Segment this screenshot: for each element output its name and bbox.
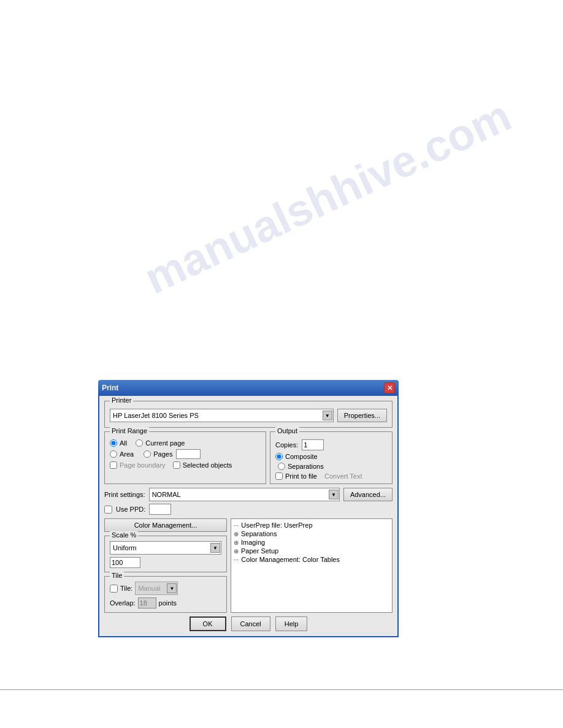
- current-page-radio[interactable]: [136, 439, 143, 447]
- tile-label[interactable]: Tile:: [120, 585, 132, 592]
- dialog-title: Print: [102, 384, 118, 392]
- use-ppd-label[interactable]: Use PPD:: [116, 506, 145, 513]
- expand-icon-3: ⊕: [234, 548, 239, 555]
- overlap-input[interactable]: [138, 597, 156, 609]
- expand-icon-2: ⊕: [234, 539, 239, 546]
- printer-select[interactable]: HP LaserJet 8100 Series PS: [110, 409, 334, 422]
- bottom-line: [0, 689, 563, 690]
- use-ppd-row: Use PPD:: [104, 504, 393, 515]
- tree-label-1[interactable]: Separations: [241, 530, 277, 537]
- composite-radio[interactable]: [275, 453, 283, 460]
- overlap-unit: points: [159, 599, 177, 607]
- page-boundary-label[interactable]: Page boundary: [120, 461, 166, 469]
- pages-input[interactable]: [176, 449, 201, 459]
- scale-select[interactable]: Uniform Non-uniform: [110, 541, 221, 555]
- print-to-file-label[interactable]: Print to file: [285, 472, 317, 480]
- pages-label[interactable]: Pages: [153, 450, 172, 458]
- printer-select-wrapper: HP LaserJet 8100 Series PS ▼: [110, 409, 334, 422]
- printer-group-label: Printer: [110, 396, 133, 404]
- print-dialog: Print ✕ Printer HP LaserJet 8100 Series …: [98, 380, 399, 637]
- tree-item-3[interactable]: ⊕ Paper Setup: [234, 547, 389, 555]
- tree-item-0: ··· UserPrep file: UserPrep: [234, 521, 389, 529]
- print-range-label: Print Range: [110, 427, 149, 434]
- selected-objects-checkbox[interactable]: [173, 461, 180, 469]
- separations-label[interactable]: Separations: [288, 463, 324, 470]
- scale-label: Scale %: [110, 531, 138, 539]
- range-output-section: Print Range All Current page Area Pages: [104, 431, 393, 484]
- all-label[interactable]: All: [120, 439, 127, 447]
- tile-select[interactable]: Manual: [135, 582, 178, 595]
- pages-radio[interactable]: [144, 450, 151, 458]
- tree-item-2[interactable]: ⊕ Imaging: [234, 539, 389, 546]
- separations-radio[interactable]: [278, 463, 285, 470]
- cancel-button[interactable]: Cancel: [231, 616, 270, 631]
- color-management-button[interactable]: Color Management...: [104, 518, 227, 532]
- selected-objects-label[interactable]: Selected objects: [183, 461, 232, 469]
- help-button[interactable]: Help: [275, 616, 308, 631]
- expand-icon-0: ···: [234, 522, 239, 529]
- tile-group-label: Tile: [110, 572, 124, 579]
- print-to-file-checkbox[interactable]: [275, 472, 283, 480]
- title-bar: Print ✕: [98, 380, 399, 396]
- watermark: manualshhive.com: [137, 90, 518, 303]
- current-page-label[interactable]: Current page: [145, 439, 185, 447]
- lower-section: Color Management... Scale % Uniform Non-…: [104, 518, 393, 613]
- tree-label-2[interactable]: Imaging: [241, 539, 265, 546]
- overlap-label: Overlap:: [110, 599, 136, 607]
- composite-label[interactable]: Composite: [285, 453, 318, 460]
- tile-group: Tile Tile: Manual ▼ Overlap:: [104, 576, 227, 613]
- expand-icon-4: ···: [234, 556, 239, 563]
- print-range-group: Print Range All Current page Area Pages: [104, 431, 266, 484]
- settings-select-wrapper: NORMAL ▼: [149, 488, 340, 501]
- page-boundary-checkbox[interactable]: [110, 461, 117, 469]
- scale-select-wrapper: Uniform Non-uniform ▼: [110, 541, 221, 555]
- tree-item-1[interactable]: ⊕ Separations: [234, 530, 389, 537]
- print-settings-select[interactable]: NORMAL: [149, 488, 340, 501]
- tree-item-4: ··· Color Management: Color Tables: [234, 556, 389, 563]
- tree-label-4: Color Management: Color Tables: [241, 556, 340, 563]
- tree-label-0: UserPrep file: UserPrep: [241, 521, 312, 529]
- area-radio[interactable]: [110, 450, 117, 458]
- expand-icon-1: ⊕: [234, 531, 239, 537]
- close-button[interactable]: ✕: [384, 382, 395, 393]
- convert-text-label: Convert Text: [324, 472, 362, 480]
- print-settings-row: Print settings: NORMAL ▼ Advanced...: [104, 488, 393, 501]
- area-label[interactable]: Area: [120, 450, 134, 458]
- output-label: Output: [275, 427, 299, 434]
- copies-input[interactable]: [302, 439, 324, 450]
- print-settings-label: Print settings:: [104, 491, 145, 498]
- copies-label: Copies:: [275, 441, 298, 449]
- tile-select-wrapper: Manual ▼: [135, 582, 178, 595]
- dialog-body: Printer HP LaserJet 8100 Series PS ▼ Pro…: [98, 396, 399, 637]
- use-ppd-checkbox[interactable]: [104, 506, 112, 514]
- properties-button[interactable]: Properties...: [337, 409, 387, 422]
- output-group: Output Copies: Composite Separations Pri…: [270, 431, 393, 484]
- scale-value-input[interactable]: [110, 557, 140, 568]
- left-panel: Color Management... Scale % Uniform Non-…: [104, 518, 227, 613]
- bottom-buttons: OK Cancel Help: [104, 616, 393, 631]
- ok-button[interactable]: OK: [190, 616, 226, 631]
- tile-checkbox[interactable]: [110, 585, 118, 593]
- advanced-button[interactable]: Advanced...: [343, 488, 393, 501]
- scale-group: Scale % Uniform Non-uniform ▼: [104, 536, 227, 572]
- printer-group: Printer HP LaserJet 8100 Series PS ▼ Pro…: [104, 401, 393, 428]
- ppd-input[interactable]: [149, 504, 171, 515]
- tree-label-3[interactable]: Paper Setup: [241, 547, 278, 555]
- settings-tree-panel: ··· UserPrep file: UserPrep ⊕ Separation…: [231, 518, 393, 613]
- all-radio[interactable]: [110, 439, 117, 447]
